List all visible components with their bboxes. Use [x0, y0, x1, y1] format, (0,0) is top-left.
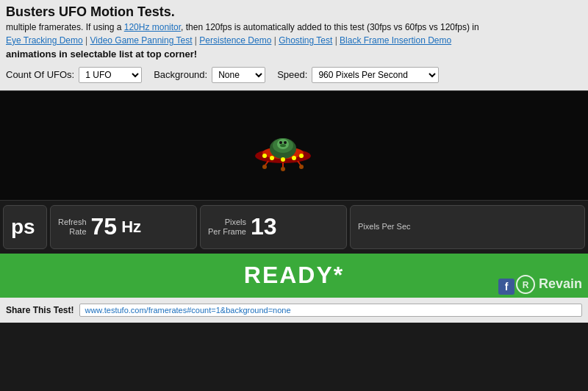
svg-point-18 [299, 165, 304, 169]
pixels-per-frame-label: PixelsPer Frame [208, 218, 246, 237]
svg-point-6 [284, 141, 287, 144]
refresh-rate-label: RefreshRate [58, 218, 87, 237]
facebook-icon[interactable]: f [498, 279, 514, 295]
speed-select[interactable]: 960 Pixels Per Second 480 Pixels Per Sec… [312, 67, 439, 83]
link-ghosting[interactable]: Ghosting Test [279, 35, 332, 46]
svg-point-16 [262, 165, 267, 169]
notice-text: animations in selectable list at top cor… [6, 49, 582, 60]
refresh-rate-value: 75 [91, 213, 118, 240]
url-display[interactable]: www.testufo.com/framerates#count=1&backg… [79, 304, 582, 317]
top-section: Busters UFO Motion Tests. multiple frame… [0, 0, 588, 90]
svg-point-10 [281, 157, 285, 162]
refresh-rate-unit: Hz [121, 218, 141, 237]
bottom-bar: Share This Test! www.testufo.com/framera… [0, 298, 588, 323]
page-title: Busters UFO Motion Tests. [6, 4, 582, 20]
revain-logo-icon: R [515, 274, 536, 295]
link-panning[interactable]: Video Game Panning Test [90, 35, 193, 46]
link-eye-tracking[interactable]: Eye Tracking Demo [6, 35, 83, 46]
svg-point-7 [280, 144, 286, 147]
pixels-per-sec-block: Pixels Per Sec [350, 205, 585, 249]
background-label: Background: [154, 69, 207, 80]
fps-value: ps [11, 215, 35, 239]
ufo-count-select[interactable]: 1 UFO 2 UFOs 3 UFOs [79, 67, 142, 83]
pixels-per-frame-value: 13 [251, 213, 277, 240]
ufo-sprite [250, 121, 316, 172]
svg-point-12 [299, 154, 304, 158]
stats-bar: ps RefreshRate 75 Hz PixelsPer Frame 13 … [0, 201, 588, 254]
ufo-count-control: Count Of UFOs: 1 UFO 2 UFOs 3 UFOs [6, 67, 142, 83]
ready-text: READY* [244, 262, 344, 289]
watermark: R Revain [515, 274, 582, 295]
speed-control: Speed: 960 Pixels Per Second 480 Pixels … [277, 67, 439, 83]
link-bfi[interactable]: Black Frame Insertion Demo [340, 35, 451, 46]
pixels-per-frame-block: PixelsPer Frame 13 [200, 205, 347, 249]
svg-point-11 [292, 156, 296, 160]
animation-canvas [0, 90, 588, 201]
links-row: Eye Tracking Demo | Video Game Panning T… [6, 35, 582, 46]
speed-label: Speed: [277, 69, 307, 80]
svg-text:R: R [523, 280, 529, 290]
svg-point-17 [281, 167, 285, 171]
link-persistence[interactable]: Persistence Demo [199, 35, 271, 46]
fps-block: ps [3, 205, 47, 249]
svg-point-5 [279, 141, 282, 144]
subtitle: multiple framerates. If using a 120Hz mo… [6, 21, 582, 34]
background-control: Background: None Dark Grid [154, 67, 265, 83]
background-select[interactable]: None Dark Grid [212, 67, 265, 83]
page-wrapper: Busters UFO Motion Tests. multiple frame… [0, 0, 588, 323]
pixels-per-sec-label: Pixels Per Sec [358, 222, 411, 232]
watermark-label: Revain [539, 276, 582, 292]
ufo-count-label: Count Of UFOs: [6, 69, 74, 80]
svg-point-9 [270, 156, 274, 160]
svg-point-8 [262, 154, 267, 158]
share-label: Share This Test! [6, 305, 74, 315]
refresh-rate-block: RefreshRate 75 Hz [50, 205, 197, 249]
monitor-link[interactable]: 120Hz monitor [124, 22, 181, 32]
controls-row: Count Of UFOs: 1 UFO 2 UFOs 3 UFOs Backg… [6, 64, 582, 87]
